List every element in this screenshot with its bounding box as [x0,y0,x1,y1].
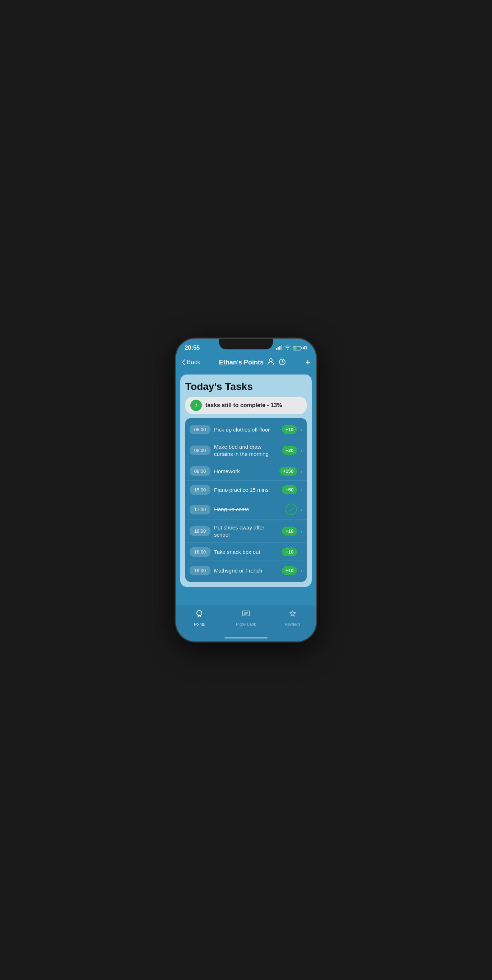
chevron-right-icon: › [300,528,302,534]
svg-rect-5 [301,347,302,349]
task-time: 19:00 [190,566,211,575]
task-time: 08:00 [190,466,211,476]
task-name: Hang up coats [214,506,282,513]
home-indicator [176,634,316,641]
chevron-right-icon: › [300,448,302,453]
add-button[interactable]: + [305,357,310,368]
task-row[interactable]: 19:00 Mathsgrid or French +10 › [185,562,307,580]
svg-rect-1 [278,347,279,350]
task-time: 15:00 [190,485,211,495]
task-row[interactable]: 15:00 Piano practice 15 mins +50 › [185,480,307,500]
nav-title: Ethan's Points [219,357,287,368]
timer-icon[interactable] [278,357,287,368]
chevron-right-icon: › [300,549,302,555]
task-time: 17:00 [190,505,211,514]
piggy-bank-tab-icon [241,609,251,620]
task-row[interactable]: 17:00 Hang up coats › [185,500,307,520]
task-name: Piano practice 15 mins [214,487,278,493]
wifi-icon [284,345,291,351]
back-button[interactable]: Back [182,359,200,366]
nav-bar: Back Ethan's Points + [176,355,316,370]
phone-screen: 20:55 [176,339,316,641]
task-name: Pick up clothes off floor [214,426,278,433]
phone-frame: 20:55 [176,339,316,641]
tab-points[interactable]: Points [176,609,223,626]
task-badge: +10 [282,566,297,575]
svg-point-7 [269,359,272,361]
task-badge: +50 [282,485,297,494]
task-badge: +10 [282,425,297,434]
chevron-right-icon: › [300,568,302,574]
main-content: Today's Tasks 7 tasks still to complete … [176,372,316,606]
task-name: Mathsgrid or French [214,567,278,574]
rewards-tab-icon [288,609,297,620]
task-row[interactable]: 08:00 Homework +150 › [185,462,307,480]
svg-rect-6 [293,347,296,349]
task-time: 08:00 [190,445,211,455]
notch [219,339,273,349]
task-check-icon [286,504,297,515]
tab-piggy-bank[interactable]: Piggy Bank [223,609,269,626]
chevron-right-icon: › [300,468,302,474]
home-indicator-bar [224,637,268,638]
tab-rewards-label: Rewards [285,622,300,626]
svg-point-9 [197,611,202,616]
battery-icon: 41 [293,345,307,350]
svg-rect-0 [276,348,277,350]
status-time: 20:55 [185,344,200,352]
tab-bar: Points Piggy Bank [176,606,316,634]
task-badge: +150 [280,467,297,476]
chevron-right-icon: › [300,506,302,512]
status-icons: 41 [276,345,307,351]
tasks-card: Today's Tasks 7 tasks still to complete … [180,374,312,587]
tasks-list: 08:00 Pick up clothes off floor +10 › 08… [185,418,307,582]
points-tab-icon [195,609,204,620]
task-row[interactable]: 18:00 Put shoes away after school +10 › [185,520,307,543]
svg-rect-2 [280,346,281,350]
task-row[interactable]: 08:00 Make bed and draw curtains in the … [185,439,307,462]
task-name: Make bed and draw curtains in the mornin… [214,443,278,457]
tasks-title: Today's Tasks [185,381,307,393]
task-time: 18:00 [190,547,211,557]
task-badge: +20 [282,446,297,455]
back-label: Back [187,359,200,366]
profile-icon [267,357,275,368]
signal-icon [276,345,282,351]
progress-dot: 7 [190,399,202,411]
progress-text: tasks still to complete - 13% [205,402,282,409]
task-badge: +10 [282,527,297,536]
task-badge: +10 [282,547,297,556]
tab-piggy-bank-label: Piggy Bank [236,622,256,626]
task-row[interactable]: 08:00 Pick up clothes off floor +10 › [185,420,307,439]
battery-percent: 41 [303,345,307,350]
chevron-right-icon: › [300,427,302,433]
nav-title-text: Ethan's Points [219,359,264,366]
task-name: Take snack box out [214,549,278,556]
progress-bar-container: 7 tasks still to complete - 13% [185,397,307,414]
task-row[interactable]: 18:00 Take snack box out +10 › [185,543,307,562]
task-time: 08:00 [190,425,211,434]
nav-actions: + [305,357,310,368]
tab-rewards[interactable]: Rewards [269,609,316,626]
tab-points-label: Points [194,622,205,626]
svg-rect-3 [281,345,282,350]
task-name: Put shoes away after school [214,524,278,538]
task-name: Homework [214,468,276,475]
task-time: 18:00 [190,526,211,536]
chevron-right-icon: › [300,487,302,493]
